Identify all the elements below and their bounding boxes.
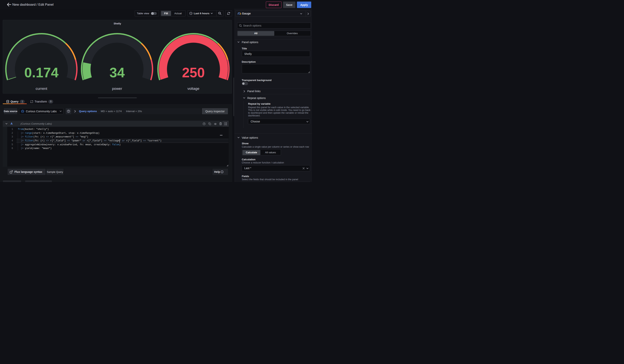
svg-text:79: 79 [238,13,240,15]
